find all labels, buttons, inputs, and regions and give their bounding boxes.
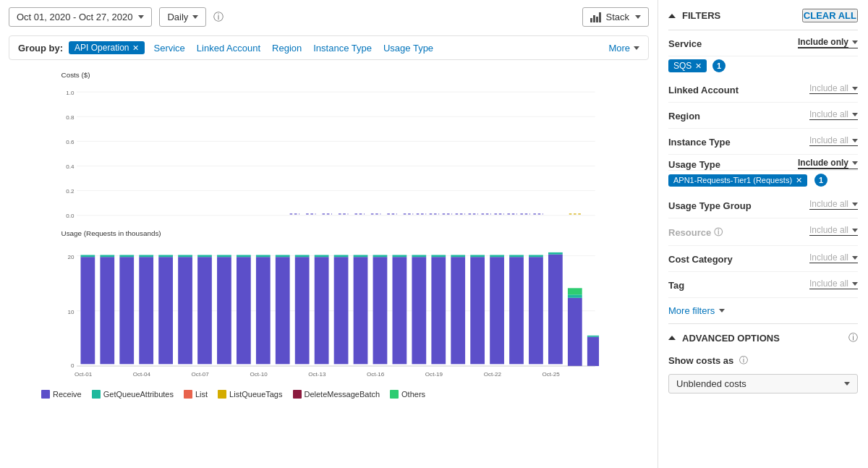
bar-gqa-24 [529, 255, 543, 258]
legend-list-color [184, 390, 192, 399]
bar-receive-12 [295, 257, 310, 364]
stack-label: Stack [605, 12, 629, 22]
instance-type-chevron-icon [852, 139, 858, 142]
stack-button[interactable]: Stack [582, 7, 649, 27]
resource-dropdown[interactable]: Include all [809, 225, 858, 236]
legend-lqt-label: ListQueueTags [229, 390, 282, 399]
bar-receive-5 [158, 257, 173, 364]
bar-receive-2 [100, 257, 114, 364]
linked-account-link[interactable]: Linked Account [194, 43, 263, 54]
legend-list-label: List [195, 390, 208, 399]
linked-account-dropdown[interactable]: Include all [809, 83, 858, 94]
legend-list: List [184, 390, 208, 399]
cost-category-dropdown[interactable]: Include all [809, 252, 858, 263]
svg-text:20: 20 [68, 254, 75, 260]
service-include-only-dropdown[interactable]: Include only [798, 37, 858, 48]
usage-type-tag-area: APN1-Requests-Tier1 (Requests) ✕ 1 [668, 171, 858, 192]
unblended-costs-button[interactable]: Unblended costs [668, 374, 858, 393]
main-content: Oct 01, 2020 - Oct 27, 2020 Daily ⓘ Stac… [0, 0, 658, 468]
api-operation-tag[interactable]: API Operation ✕ [69, 41, 145, 54]
usage-type-group-dropdown[interactable]: Include all [809, 199, 858, 210]
svg-text:Oct-10: Oct-10 [250, 371, 268, 378]
bar-receive-1 [80, 257, 95, 364]
bar-receive-17 [393, 257, 407, 364]
top-bar: Oct 01, 2020 - Oct 27, 2020 Daily ⓘ Stac… [9, 7, 649, 27]
bar-gqa-23 [509, 255, 524, 258]
usage-type-group-include-all: Include all [809, 199, 848, 209]
svg-text:0.8: 0.8 [66, 114, 75, 121]
granularity-button[interactable]: Daily [159, 7, 206, 27]
service-tag-area: SQS ✕ 1 [668, 56, 858, 77]
svg-text:0.2: 0.2 [66, 188, 75, 195]
sqs-tag[interactable]: SQS ✕ [668, 59, 707, 72]
bar-receive-10 [256, 257, 271, 364]
instance-type-dropdown[interactable]: Include all [809, 135, 858, 146]
cost-category-include-all: Include all [809, 252, 848, 263]
svg-text:Oct-16: Oct-16 [367, 371, 385, 378]
legend-receive: Receive [41, 390, 82, 399]
svg-text:Oct-25: Oct-25 [542, 371, 560, 378]
service-badge: 1 [712, 59, 726, 72]
service-dropdown-chevron-icon [852, 41, 858, 44]
usage-type-label: Usage Type [668, 158, 720, 170]
service-filter-row: Service Include only [668, 30, 858, 56]
clear-all-button[interactable]: CLEAR ALL [802, 9, 858, 22]
bar-receive-24 [529, 257, 543, 364]
advanced-collapse-icon[interactable] [668, 336, 676, 340]
more-filters-button[interactable]: More filters [668, 298, 858, 320]
instance-type-link[interactable]: Instance Type [310, 43, 375, 54]
bar-receive-20 [451, 257, 465, 364]
date-range-button[interactable]: Oct 01, 2020 - Oct 27, 2020 [9, 7, 152, 27]
svg-text:0.0: 0.0 [66, 213, 75, 219]
more-label: More [608, 43, 630, 54]
apn1-remove-icon[interactable]: ✕ [796, 176, 802, 185]
svg-text:0: 0 [71, 362, 75, 369]
apn1-tag[interactable]: APN1-Requests-Tier1 (Requests) ✕ [668, 174, 807, 187]
api-operation-remove-icon[interactable]: ✕ [132, 43, 139, 53]
usage-type-dropdown[interactable]: Include only [798, 158, 858, 169]
legend-lqt-color [218, 390, 226, 399]
usage-type-include-only-label: Include only [798, 158, 848, 169]
usage-type-link[interactable]: Usage Type [380, 43, 436, 54]
bar-receive-3 [119, 257, 134, 364]
bar-gqa-4 [139, 255, 153, 258]
resource-label: Resource ⓘ [668, 225, 723, 239]
group-by-bar: Group by: API Operation ✕ Service Linked… [9, 35, 649, 60]
more-button[interactable]: More [608, 43, 639, 54]
bar-receive-19 [431, 257, 446, 364]
advanced-options-header: ADVANCED OPTIONS ⓘ [668, 323, 858, 350]
legend-gqa-label: GetQueueAttributes [103, 390, 174, 399]
advanced-label: ADVANCED OPTIONS [682, 333, 780, 344]
legend-others-color [390, 390, 399, 399]
resource-info-icon[interactable]: ⓘ [714, 226, 723, 239]
bar-gqa-6 [178, 255, 192, 258]
bar-receive-27 [587, 337, 599, 366]
usage-type-badge: 1 [814, 174, 827, 187]
service-link[interactable]: Service [150, 43, 187, 54]
group-by-label: Group by: [18, 43, 63, 54]
sqs-remove-icon[interactable]: ✕ [695, 61, 702, 71]
date-range-label: Oct 01, 2020 - Oct 27, 2020 [17, 12, 132, 22]
bar-gqa-18 [412, 255, 426, 258]
show-costs-info-icon[interactable]: ⓘ [739, 354, 748, 367]
region-link[interactable]: Region [269, 43, 305, 54]
bar-receive-22 [490, 257, 504, 364]
chart-legend: Receive GetQueueAttributes List ListQueu… [9, 390, 649, 399]
unblended-costs-label: Unblended costs [676, 378, 746, 389]
tag-include-all: Include all [809, 278, 848, 289]
bar-gqa-13 [315, 255, 329, 258]
advanced-info-icon[interactable]: ⓘ [848, 331, 858, 344]
filters-collapse-icon[interactable] [668, 14, 676, 18]
tag-dropdown[interactable]: Include all [809, 278, 858, 289]
instance-type-filter-row: Instance Type Include all [668, 129, 858, 155]
bar-gqa-17 [393, 255, 407, 258]
resource-filter-row: Resource ⓘ Include all [668, 218, 858, 246]
tag-chevron-icon [852, 282, 858, 286]
svg-text:Oct-19: Oct-19 [425, 371, 443, 378]
info-icon[interactable]: ⓘ [213, 11, 224, 24]
bar-gqa-9 [237, 255, 251, 258]
bar-gqa-1 [80, 255, 95, 258]
chart-area: Costs ($) 1.0 0.8 0.6 0.4 0.2 0.0 [9, 67, 649, 461]
region-dropdown[interactable]: Include all [809, 109, 858, 120]
bar-gqa-8 [217, 255, 231, 258]
